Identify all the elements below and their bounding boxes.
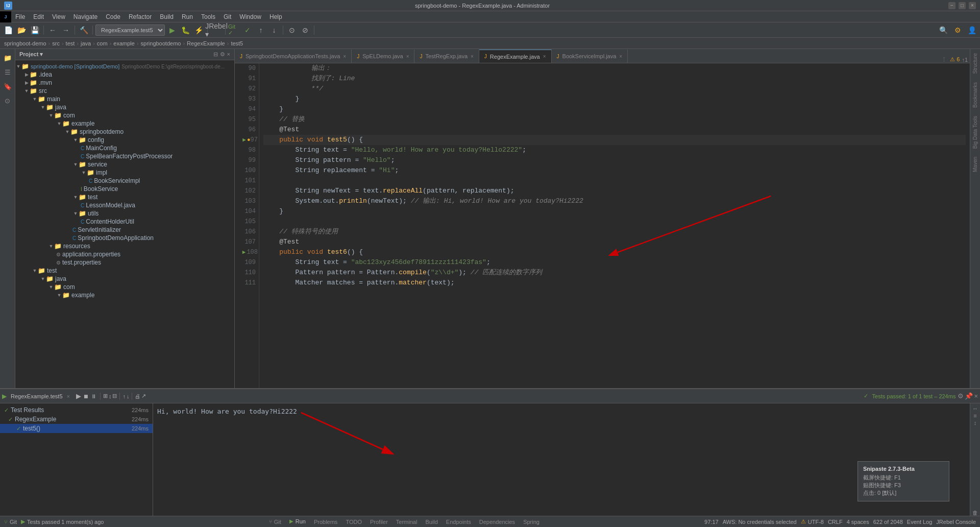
tab-close-btn[interactable]: × xyxy=(543,54,546,59)
menu-navigate[interactable]: Navigate xyxy=(69,11,102,22)
settings-btn[interactable]: ⚙ xyxy=(951,24,964,36)
push-btn[interactable]: ↑ xyxy=(255,24,267,36)
run-config-selector[interactable]: RegexExample.test5 xyxy=(95,25,165,36)
tree-mvn[interactable]: ▶ 📁 .mvn xyxy=(15,79,234,87)
run-tab-close[interactable]: × xyxy=(67,393,70,399)
tree-test-folder[interactable]: ▼ 📁 test xyxy=(15,193,234,201)
tree-service[interactable]: ▼ 📁 service xyxy=(15,160,234,169)
tree-app-props[interactable]: ⚙ application.properties xyxy=(15,250,234,258)
menu-build[interactable]: Build xyxy=(156,11,178,22)
aws-status[interactable]: AWS: No credentials selected xyxy=(723,519,797,525)
code-content[interactable]: 输出： 找到了: Line **/ } } // 替换 @Test public… xyxy=(259,63,970,388)
search-everywhere-btn[interactable]: 🔍 xyxy=(937,24,949,36)
run-gutter-icon[interactable]: ▶ xyxy=(242,247,246,257)
coverage-btn[interactable]: ⚡ xyxy=(192,24,205,36)
back-btn[interactable]: ← xyxy=(46,24,59,36)
tab-profiler[interactable]: Profiler xyxy=(366,515,392,528)
print-btn[interactable]: 🖨 xyxy=(135,393,140,399)
tab-terminal[interactable]: Terminal xyxy=(392,515,422,528)
tab-endpoints[interactable]: Endpoints xyxy=(442,515,475,528)
structure-icon[interactable]: ☰ xyxy=(1,65,14,79)
breadcrumb-item[interactable]: com xyxy=(97,40,108,46)
scroll-btn[interactable]: ↕ xyxy=(974,420,977,426)
down-btn[interactable]: ↓ xyxy=(127,393,130,399)
tab-git[interactable]: ⑂ Git xyxy=(265,515,285,528)
tree-springbootdemo[interactable]: ▼ 📁 springbootdemo xyxy=(15,128,234,136)
close-run-btn[interactable]: × xyxy=(974,392,978,400)
tree-mainconfig[interactable]: C MainConfig xyxy=(15,144,234,152)
wrap-btn[interactable]: ↔ xyxy=(972,405,978,412)
tree-java-test[interactable]: ▼ 📁 java xyxy=(15,275,234,283)
run-status-item[interactable]: ▶ Tests passed 1 moment(s) ago xyxy=(21,518,104,525)
tree-bookserviceimpl[interactable]: C BookServiceImpl xyxy=(15,177,234,185)
test-results-class[interactable]: ✓ RegexExample 224ms xyxy=(0,415,153,424)
tree-bookservice[interactable]: I BookService xyxy=(15,185,234,193)
tree-spelbean[interactable]: C SpelBeanFactoryPostProcessor xyxy=(15,152,234,160)
breadcrumb-item[interactable]: example xyxy=(113,40,135,46)
menu-git[interactable]: Git xyxy=(219,11,235,22)
menu-tools[interactable]: Tools xyxy=(197,11,219,22)
maximize-btn[interactable]: □ xyxy=(959,2,966,9)
git-status[interactable]: Git ✓ xyxy=(228,24,240,36)
tab-springbootdemoapptests[interactable]: J SpringbootDemoApplicationTests.java × xyxy=(235,50,352,63)
collapse-all-btn[interactable]: ⊟ xyxy=(213,51,218,58)
close-btn[interactable]: × xyxy=(969,2,976,9)
menu-help[interactable]: Help xyxy=(265,11,286,22)
build-btn[interactable]: 🔨 xyxy=(78,24,90,36)
tree-resources[interactable]: ▼ 📁 resources xyxy=(15,242,234,250)
tab-regexexample[interactable]: J RegexExample.java × xyxy=(479,50,552,63)
user-btn[interactable]: 👤 xyxy=(966,24,978,36)
tree-root[interactable]: ▼ 📁 springboot-demo [SpringbootDemo] Spr… xyxy=(15,62,234,70)
tree-idea[interactable]: ▶ 📁 .idea xyxy=(15,70,234,79)
encoding-status[interactable]: ⚠ UTF-8 xyxy=(801,518,824,525)
menu-run[interactable]: Run xyxy=(178,11,197,22)
tab-spring[interactable]: Spring xyxy=(519,515,544,528)
pin-btn[interactable]: 📌 xyxy=(965,392,973,400)
clear-btn[interactable]: 🗑 xyxy=(972,510,978,516)
stop-btn[interactable]: ⏹ xyxy=(83,393,89,399)
maven-label[interactable]: Maven xyxy=(972,153,978,176)
breadcrumb-item[interactable]: springboot-demo xyxy=(4,40,46,46)
tab-testregexp[interactable]: J TestRegExp.java × xyxy=(414,50,479,63)
event-log-status[interactable]: Event Log xyxy=(907,519,933,525)
expand-btn[interactable]: ⊟ xyxy=(112,393,117,399)
project-icon[interactable]: 📁 xyxy=(1,51,14,64)
menu-edit[interactable]: Edit xyxy=(29,11,48,22)
tree-springbootdemoapp[interactable]: C SpringbootDemoApplication xyxy=(15,234,234,242)
settings-run-btn[interactable]: ⚙ xyxy=(958,392,964,400)
tree-test-props[interactable]: ⚙ test.properties xyxy=(15,258,234,267)
tab-bookserviceimpl[interactable]: J BookServiceImpl.java × xyxy=(552,50,628,63)
breadcrumb-item[interactable]: test5 xyxy=(231,40,243,46)
code-editor[interactable]: 90 91 92 93 94 95 96 ▶ ● 97 98 99 100 10… xyxy=(235,63,970,388)
menu-code[interactable]: Code xyxy=(102,11,125,22)
run-tab-label[interactable]: RegexExample.test5 xyxy=(11,393,63,399)
tab-speldemo[interactable]: J SpELDemo.java × xyxy=(352,50,414,63)
test-results-method[interactable]: ✓ test5() 224ms xyxy=(0,424,153,433)
pull-btn[interactable]: ↓ xyxy=(268,24,280,36)
jrebel-status[interactable]: JRebel Console xyxy=(936,519,976,525)
commit-btn[interactable]: ✓ xyxy=(241,24,254,36)
tree-config[interactable]: ▼ 📁 config xyxy=(15,136,234,144)
breadcrumb-item[interactable]: test xyxy=(66,40,75,46)
save-btn[interactable]: 💾 xyxy=(29,24,41,36)
forward-btn[interactable]: → xyxy=(60,24,72,36)
bigdata-label[interactable]: Big Data Tools xyxy=(972,112,978,153)
new-file-btn[interactable]: 📄 xyxy=(2,24,14,36)
column-status[interactable]: 622 of 2048 xyxy=(873,519,903,525)
breadcrumb-item[interactable]: springbootdemo xyxy=(141,40,181,46)
tab-close-btn[interactable]: × xyxy=(471,54,474,59)
close-panel-btn[interactable]: × xyxy=(227,51,230,58)
diff-btn[interactable]: ⊘ xyxy=(299,24,311,36)
sort-btn[interactable]: ↕ xyxy=(109,393,112,399)
tab-problems[interactable]: Problems xyxy=(310,515,341,528)
breadcrumb-item[interactable]: java xyxy=(81,40,91,46)
window-controls[interactable]: − □ × xyxy=(948,2,976,9)
tree-contentholderutil[interactable]: C ContentHolderUtil xyxy=(15,218,234,226)
tab-dependencies[interactable]: Dependencies xyxy=(475,515,519,528)
rerun-btn[interactable]: ▶ xyxy=(76,392,81,400)
position-status[interactable]: 97:17 xyxy=(704,519,719,525)
test-results-root[interactable]: ✓ Test Results 224ms xyxy=(0,405,153,415)
soft-wrap-btn[interactable]: ≡ xyxy=(973,413,976,419)
line-sep-status[interactable]: CRLF xyxy=(828,519,843,525)
bookmarks-icon[interactable]: 🔖 xyxy=(1,80,14,93)
